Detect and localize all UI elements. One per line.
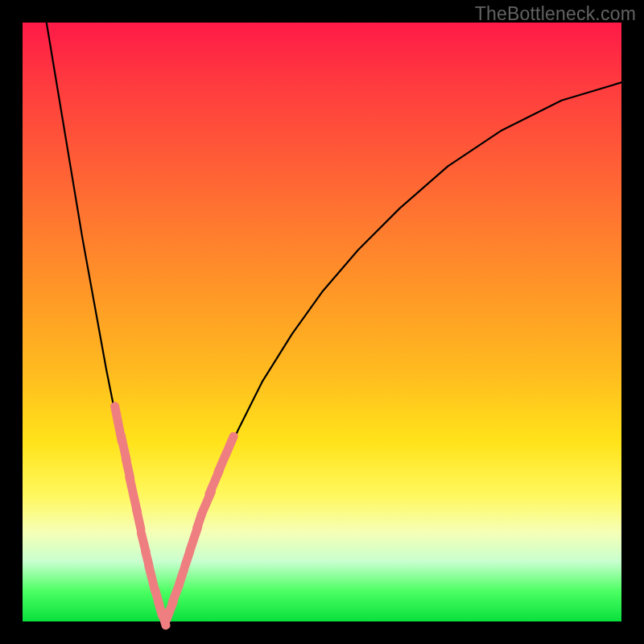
data-marker bbox=[221, 431, 240, 460]
watermark-text: TheBottleneck.com bbox=[475, 3, 636, 25]
marker-group bbox=[109, 401, 239, 630]
curve-left_branch bbox=[47, 23, 165, 621]
curve-group bbox=[47, 23, 621, 621]
plot-area bbox=[23, 23, 621, 621]
chart-frame: TheBottleneck.com bbox=[0, 0, 644, 644]
chart-svg bbox=[23, 23, 621, 621]
curve-right_branch bbox=[164, 82, 621, 621]
